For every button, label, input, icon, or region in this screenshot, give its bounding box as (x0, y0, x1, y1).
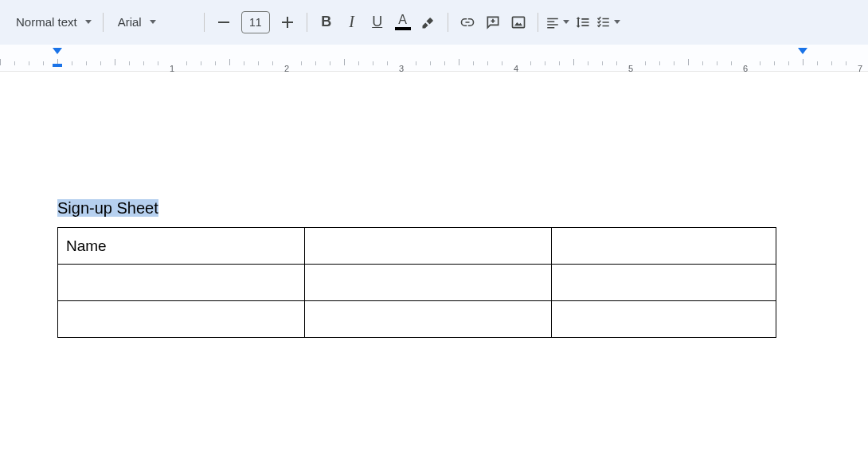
table-cell[interactable]: Name (58, 228, 305, 265)
ruler-tick (774, 61, 775, 65)
ruler-tick (760, 61, 760, 65)
ruler-tick (258, 61, 259, 65)
ruler-tick (129, 61, 130, 65)
comment-plus-icon (485, 14, 501, 30)
ruler-tick (559, 61, 560, 65)
signup-table[interactable]: Name (57, 227, 776, 338)
separator (103, 13, 104, 32)
first-line-indent-marker[interactable] (53, 48, 62, 54)
table-cell[interactable] (58, 301, 305, 338)
document-title[interactable]: Sign-up Sheet (57, 199, 158, 217)
ruler-tick (502, 61, 502, 65)
ruler-tick (272, 61, 273, 65)
ruler-tick (229, 59, 230, 65)
right-indent-marker[interactable] (798, 48, 807, 54)
table-cell[interactable] (58, 265, 305, 301)
highlighter-icon (420, 14, 436, 30)
ruler-tick (674, 61, 674, 65)
italic-button[interactable]: I (339, 10, 365, 35)
ruler-tick (330, 61, 330, 65)
ruler-tick (315, 61, 316, 65)
image-icon (510, 14, 526, 30)
insert-link-button[interactable] (455, 10, 480, 35)
table-row[interactable] (58, 265, 776, 301)
table-cell[interactable] (305, 301, 552, 338)
ruler-tick (430, 61, 431, 65)
text-color-swatch (395, 27, 411, 30)
ruler-tick (545, 61, 545, 65)
font-family-label: Arial (118, 15, 142, 29)
increase-font-size-button[interactable] (275, 10, 300, 35)
ruler-tick (244, 61, 244, 65)
table-cell[interactable] (305, 265, 552, 301)
ruler-tick (29, 61, 29, 65)
font-family-dropdown[interactable]: Arial (110, 10, 197, 35)
ruler-tick (100, 61, 101, 65)
decrease-font-size-button[interactable] (211, 10, 237, 35)
separator (448, 13, 448, 32)
align-button[interactable] (545, 10, 570, 35)
checklist-icon (596, 15, 611, 29)
font-size-input[interactable] (241, 11, 270, 33)
ruler-tick (186, 61, 187, 65)
ruler-tick (487, 61, 488, 65)
ruler-tick (588, 61, 588, 65)
checklist-button[interactable] (596, 10, 621, 35)
ruler-tick (659, 61, 660, 65)
document-page[interactable]: Sign-up Sheet Name (0, 72, 868, 451)
ruler-tick (459, 59, 459, 65)
ruler-tick (201, 61, 201, 65)
ruler-tick (788, 61, 789, 65)
ruler-tick (72, 61, 72, 65)
separator (538, 13, 538, 32)
ruler-tick (358, 61, 359, 65)
paragraph-style-label: Normal text (16, 15, 77, 29)
chevron-down-icon (614, 20, 620, 24)
table-row[interactable] (58, 301, 776, 338)
link-icon (459, 14, 475, 30)
font-size-group (211, 10, 300, 35)
chevron-down-icon (85, 20, 92, 24)
separator (204, 13, 205, 32)
ruler-tick (373, 61, 373, 65)
plus-icon (282, 17, 293, 28)
ruler-tick (0, 59, 1, 65)
ruler-tick (573, 59, 574, 65)
ruler[interactable]: 1234567 (0, 45, 868, 72)
ruler-tick (645, 61, 646, 65)
table-cell[interactable] (305, 228, 552, 265)
insert-image-button[interactable] (506, 10, 531, 35)
ruler-tick (158, 61, 158, 65)
ruler-tick (301, 61, 302, 65)
toolbar: Normal text Arial B I U A (0, 0, 868, 45)
underline-button[interactable]: U (365, 10, 390, 35)
ruler-tick (803, 59, 803, 65)
ruler-tick (387, 61, 388, 65)
ruler-tick (702, 61, 703, 65)
ruler-tick (817, 61, 818, 65)
ruler-tick (444, 61, 445, 65)
ruler-tick (602, 61, 603, 65)
paragraph-style-dropdown[interactable]: Normal text (8, 10, 96, 35)
line-spacing-button[interactable] (570, 10, 596, 35)
ruler-tick (530, 61, 531, 65)
ruler-tick (143, 61, 144, 65)
table-cell[interactable] (552, 301, 776, 338)
bold-button[interactable]: B (314, 10, 339, 35)
minus-icon (218, 22, 229, 23)
ruler-tick (846, 61, 846, 65)
table-cell[interactable] (552, 228, 776, 265)
add-comment-button[interactable] (480, 10, 506, 35)
ruler-tick (215, 61, 216, 65)
ruler-tick (344, 59, 345, 65)
left-indent-marker[interactable] (53, 64, 62, 67)
text-color-button[interactable]: A (390, 10, 416, 35)
table-cell[interactable] (552, 265, 776, 301)
align-left-icon (545, 15, 560, 29)
chevron-down-icon (563, 20, 569, 24)
ruler-tick (14, 61, 15, 65)
highlight-color-button[interactable] (416, 10, 441, 35)
separator (307, 13, 307, 32)
ruler-tick (717, 61, 717, 65)
table-row[interactable]: Name (58, 228, 776, 265)
